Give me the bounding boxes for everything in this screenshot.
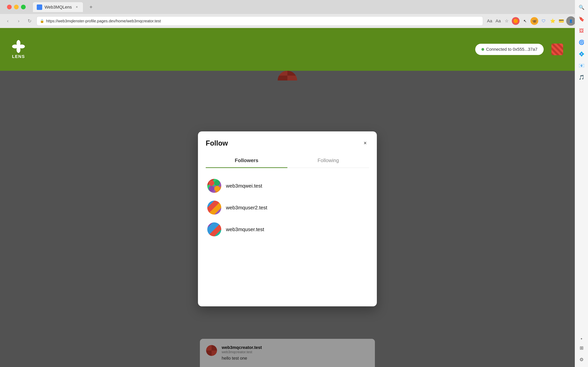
new-tab-button[interactable]: + [86, 2, 96, 12]
list-item[interactable]: web3mquser2.test [206, 198, 369, 218]
user-name: web3mqwei.test [226, 183, 262, 189]
user-name: web3mquser2.test [226, 205, 267, 211]
modal-title: Follow [206, 139, 369, 147]
avatar [207, 200, 221, 215]
ext2-icon[interactable]: 🦋 [530, 17, 538, 25]
tab-title: Web3MQLens [44, 5, 72, 10]
modal-close-button[interactable]: × [361, 138, 370, 148]
maximize-window-button[interactable] [21, 5, 26, 9]
browser-extensions: Aa Aa ☆ 🟠 ↖ 🦋 🛡 ⭐ 💳 👤 ⋯ [486, 16, 584, 26]
url-bar-row: ‹ › ↻ 🔒 https://web3mqlenster-profile.pa… [0, 14, 588, 28]
svg-point-4 [17, 44, 20, 48]
sidebar-search-icon[interactable]: 🔍 [577, 3, 586, 12]
site-header: LENS Connected to 0x555...37a7 [0, 28, 575, 71]
close-window-button[interactable] [7, 5, 12, 9]
wallet-icon[interactable]: 💳 [558, 17, 565, 25]
logo-text: LENS [12, 54, 25, 59]
shield-icon[interactable]: 🛡 [540, 17, 547, 25]
logo-area: LENS [12, 40, 25, 59]
followers-list: web3mqwei.test web3mquser2.test web3mqus… [206, 176, 369, 240]
lens-logo-icon [12, 40, 25, 53]
list-item[interactable]: web3mqwei.test [206, 176, 369, 196]
modal-dialog: Follow × Followers Following web3mqwei.t… [198, 131, 377, 306]
connect-button[interactable]: Connected to 0x555...37a7 [475, 44, 544, 55]
traffic-lights [3, 2, 30, 12]
profile-icon[interactable]: 👤 [566, 16, 576, 26]
minimize-window-button[interactable] [14, 5, 19, 9]
url-text: https://web3mqlenster-profile.pages.dev/… [46, 19, 161, 23]
connect-status-dot [481, 48, 484, 51]
user-name: web3mquser.test [226, 226, 264, 233]
sidebar-settings-icon[interactable]: ⚙ [577, 355, 586, 364]
list-item[interactable]: web3mquser.test [206, 219, 369, 240]
sidebar-email-icon[interactable]: 📧 [577, 61, 586, 70]
tab-following[interactable]: Following [287, 154, 369, 168]
translate-icon[interactable]: Aa [486, 17, 493, 25]
connect-label: Connected to 0x555...37a7 [486, 47, 538, 52]
tab-favicon [37, 4, 42, 10]
modal-tabs: Followers Following [206, 154, 369, 168]
bookmarks-icon[interactable]: ⭐ [549, 17, 556, 25]
bg-content: Follow × Followers Following web3mqwei.t… [0, 71, 575, 367]
sidebar-image-icon[interactable]: 🖼 [577, 26, 586, 35]
ext1-icon[interactable]: 🟠 [512, 17, 520, 25]
browser-tab[interactable]: Web3MQLens × [33, 2, 83, 12]
browser-chrome: Web3MQLens × + ‹ › ↻ 🔒 https://web3mqlen… [0, 0, 588, 28]
url-bar[interactable]: 🔒 https://web3mqlenster-profile.pages.de… [37, 16, 483, 26]
avatar [207, 179, 221, 193]
tab-followers[interactable]: Followers [206, 154, 287, 168]
cursor-icon[interactable]: ↖ [521, 17, 529, 25]
modal-overlay[interactable]: Follow × Followers Following web3mqwei.t… [0, 71, 575, 367]
forward-button[interactable]: › [15, 17, 23, 25]
header-actions: Connected to 0x555...37a7 [475, 43, 563, 55]
header-avatar[interactable] [551, 43, 563, 55]
page-content: LENS Connected to 0x555...37a7 Follow × [0, 28, 575, 367]
sidebar-music-icon[interactable]: 🎵 [577, 73, 586, 82]
translate2-icon[interactable]: Aa [495, 17, 502, 25]
star-icon[interactable]: ☆ [503, 17, 510, 25]
refresh-button[interactable]: ↻ [26, 17, 34, 25]
tab-close-button[interactable]: × [75, 5, 79, 9]
sidebar-translate-icon[interactable]: 🌀 [577, 38, 586, 47]
extensions-sidebar: 🔍 🔖 🖼 🌀 💠 📧 🎵 + ⊞ ⚙ [575, 0, 588, 367]
sidebar-office-icon[interactable]: 💠 [577, 50, 586, 58]
sidebar-add-icon[interactable]: + [581, 337, 582, 341]
avatar [207, 222, 221, 236]
sidebar-bookmark-icon[interactable]: 🔖 [577, 15, 586, 23]
sidebar-grid-icon[interactable]: ⊞ [577, 344, 586, 352]
back-button[interactable]: ‹ [4, 17, 12, 25]
